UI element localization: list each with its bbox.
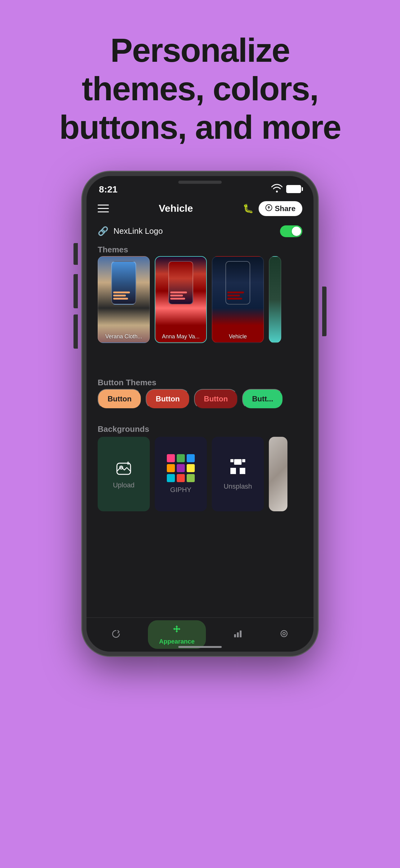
svg-rect-5	[242, 459, 245, 462]
svg-point-6	[175, 628, 178, 630]
tab-view-icon	[279, 629, 289, 641]
tab-bar-indicator	[178, 646, 222, 648]
link-icon: 🔗	[98, 226, 108, 236]
button-theme-3[interactable]: Button	[194, 389, 238, 409]
bg-card-marble[interactable]	[269, 437, 288, 511]
theme-card-2-label: Anna May Va...	[155, 333, 206, 340]
nav-right: 🐛 Share	[243, 201, 302, 216]
button-themes-row: Button Button Button Butt...	[98, 389, 313, 409]
volume-up-button	[73, 274, 78, 308]
nexlink-toggle[interactable]	[280, 225, 302, 237]
theme-card-1[interactable]: Verana Cloth...	[98, 256, 150, 343]
mini-phone-3	[226, 261, 250, 305]
theme-card-2[interactable]: Anna May Va...	[155, 256, 207, 343]
svg-point-10	[281, 630, 287, 637]
hero-text: Personalize themes, colors, buttons, and…	[41, 31, 359, 147]
bg-unsplash-label: Unsplash	[224, 483, 252, 491]
theme-card-1-label: Verana Cloth...	[98, 333, 149, 340]
svg-rect-8	[237, 632, 239, 637]
upload-icon	[114, 459, 133, 477]
bg-upload-label: Upload	[113, 481, 135, 489]
button-theme-2[interactable]: Button	[146, 389, 190, 409]
screen-content: 8:21	[87, 176, 313, 652]
backgrounds-section-title: Backgrounds	[98, 424, 149, 434]
nexlink-row: 🔗 NexLink Logo	[87, 222, 313, 241]
phone-wrapper: 8:21	[82, 172, 318, 861]
tab-bar: Appearance	[87, 617, 313, 652]
hero-line1: Personalize	[110, 31, 290, 69]
tab-share[interactable]	[102, 625, 130, 644]
nexlink-label: NexLink Logo	[113, 226, 163, 236]
tab-stats-icon	[233, 629, 243, 641]
svg-rect-9	[240, 630, 241, 637]
share-icon	[265, 204, 272, 213]
share-button[interactable]: Share	[259, 201, 302, 216]
tab-appearance-label: Appearance	[159, 638, 195, 645]
bg-card-upload[interactable]: Upload	[98, 437, 150, 511]
button-theme-1[interactable]: Button	[98, 389, 141, 409]
theme-card-4[interactable]	[269, 256, 281, 343]
button-theme-4[interactable]: Butt...	[242, 389, 283, 409]
dynamic-island	[178, 181, 222, 184]
bug-icon[interactable]: 🐛	[243, 203, 254, 214]
tab-stats[interactable]	[224, 625, 252, 644]
button-themes-section-title: Button Themes	[98, 378, 156, 388]
backgrounds-row: Upload GIPHY	[98, 437, 313, 511]
unsplash-logo	[229, 457, 247, 479]
bg-card-giphy[interactable]: GIPHY	[155, 437, 207, 511]
hamburger-button[interactable]	[98, 205, 109, 212]
hero-line3: buttons, and more	[59, 108, 341, 146]
mini-phone-2	[168, 261, 193, 305]
giphy-squares	[167, 454, 195, 482]
theme-card-3-label: Vehicle	[212, 333, 263, 340]
battery-icon	[286, 185, 301, 193]
mini-phone-1	[111, 261, 136, 305]
tab-view[interactable]	[270, 625, 298, 644]
wifi-icon	[271, 184, 282, 195]
tab-appearance-icon	[172, 624, 182, 636]
volume-down-button	[73, 314, 78, 349]
status-icons	[271, 184, 301, 195]
nav-header: Vehicle 🐛 Share	[87, 198, 313, 219]
theme-card-3[interactable]: Vehicle	[212, 256, 264, 343]
status-time: 8:21	[99, 184, 118, 195]
phone-notch	[166, 176, 234, 188]
power-button	[322, 286, 327, 336]
svg-point-11	[283, 632, 285, 635]
bg-card-unsplash[interactable]: Unsplash	[212, 437, 264, 511]
toggle-knob	[292, 227, 301, 236]
svg-rect-3	[234, 459, 241, 465]
hero-line2: themes, colors,	[82, 70, 318, 107]
nexlink-left: 🔗 NexLink Logo	[98, 226, 163, 236]
themes-row: Verana Cloth... Anna May Va...	[98, 256, 313, 343]
page-title: Vehicle	[159, 203, 193, 214]
tab-share-icon	[111, 629, 121, 641]
svg-rect-4	[230, 459, 233, 462]
share-label: Share	[275, 204, 296, 213]
svg-rect-7	[234, 634, 236, 637]
volume-silent-button	[73, 243, 78, 265]
themes-section-title: Themes	[98, 245, 128, 254]
tab-appearance[interactable]: Appearance	[148, 620, 206, 649]
bg-giphy-label: GIPHY	[170, 486, 191, 494]
phone-shell: 8:21	[82, 172, 318, 656]
